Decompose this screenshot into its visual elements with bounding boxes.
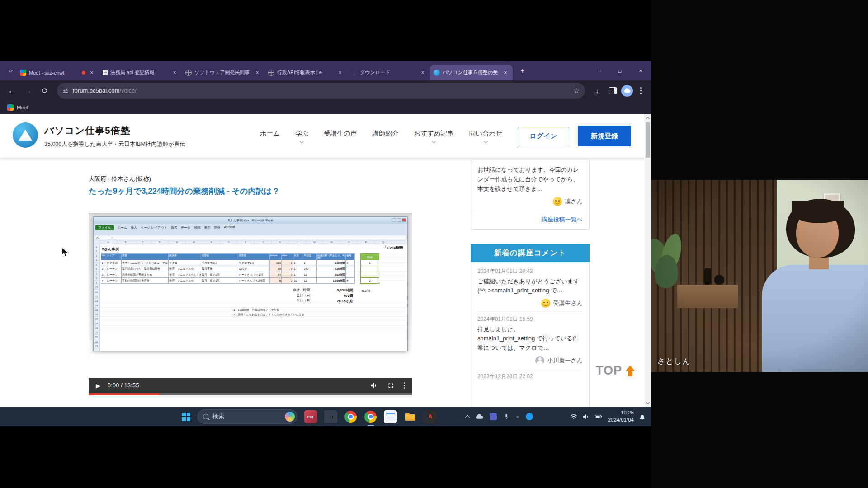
tab-close-icon[interactable]: × bbox=[336, 69, 344, 76]
tab-search-button[interactable] bbox=[5, 65, 16, 77]
battery-icon[interactable] bbox=[594, 413, 603, 420]
notifications-bell-icon[interactable] bbox=[639, 413, 646, 420]
tab-meet[interactable]: Meet - saz-enwt × bbox=[16, 65, 99, 80]
excel-row-number: 2 bbox=[94, 249, 99, 253]
excel-cell: ※ bbox=[346, 278, 355, 284]
taskbar-app-explorer[interactable] bbox=[404, 410, 417, 423]
tab-close-icon[interactable]: × bbox=[254, 69, 261, 76]
taskbar-app-chrome[interactable] bbox=[344, 410, 357, 423]
tab-close-icon[interactable]: × bbox=[419, 69, 426, 76]
browser-menu-button[interactable] bbox=[635, 87, 646, 94]
signup-button[interactable]: 新規登録 bbox=[578, 126, 631, 146]
course-post-list-link[interactable]: 講座投稿一覧へ bbox=[542, 216, 583, 224]
excel-screenshot: Sさん事例.xlsx - Microsoft Excel ファイル ホーム挿入ペ… bbox=[93, 216, 408, 351]
excel-ribbon-tab: 表示 bbox=[204, 225, 210, 230]
windows-start-button[interactable] bbox=[182, 413, 190, 421]
reload-button[interactable] bbox=[37, 84, 52, 98]
nav-item-voices[interactable]: 受講生の声 bbox=[324, 129, 357, 143]
wifi-icon[interactable] bbox=[570, 413, 577, 420]
taskbar-app-pre[interactable]: PRE bbox=[304, 410, 317, 423]
nav-item-instructors[interactable]: 講師紹介 bbox=[372, 129, 398, 143]
volume-icon[interactable] bbox=[370, 381, 378, 389]
teams-icon[interactable] bbox=[490, 413, 497, 420]
bookmark-meet[interactable]: Meet bbox=[17, 105, 28, 110]
screen-share-region: Meet - saz-enwt × 法務局 api 登記情報 × ソフトウェア開… bbox=[0, 61, 651, 426]
speaker-icon[interactable] bbox=[582, 413, 590, 420]
video-progress-bar[interactable] bbox=[89, 393, 412, 395]
tab-close-icon[interactable]: × bbox=[88, 69, 95, 76]
excel-cell: 1 bbox=[101, 260, 106, 266]
excel-row-number: 9 bbox=[94, 281, 99, 285]
nav-item-articles[interactable]: おすすめ記事 bbox=[414, 129, 453, 143]
excel-title-bar: Sさん事例.xlsx - Microsoft Excel bbox=[94, 217, 407, 224]
taskbar-app-terminal[interactable]: ≡ bbox=[324, 410, 337, 423]
minimize-button[interactable]: – bbox=[589, 61, 609, 80]
tab-houmukyoku[interactable]: 法務局 api 登記情報 × bbox=[99, 65, 182, 80]
tab-close-icon[interactable]: × bbox=[502, 69, 509, 76]
nav-item-learn[interactable]: 学ぶ bbox=[295, 129, 308, 143]
excel-green-header: 動画 bbox=[360, 253, 379, 260]
taskbar-app-acrobat[interactable]: A bbox=[424, 410, 437, 423]
back-to-top-button[interactable]: TOP bbox=[596, 364, 635, 378]
site-info-icon[interactable] bbox=[62, 88, 69, 94]
tab-software[interactable]: ソフトウェア開発民間事 × bbox=[182, 65, 264, 80]
onedrive-icon[interactable] bbox=[476, 413, 483, 421]
tab-pc5bai-active[interactable]: パソコン仕事５倍塾の受 × bbox=[430, 65, 513, 80]
search-highlight-icon[interactable] bbox=[285, 412, 295, 422]
video-menu-icon[interactable] bbox=[404, 382, 405, 389]
system-tray: 10:25 2024/01/04 bbox=[570, 407, 646, 426]
excel-column-letter: G bbox=[203, 240, 220, 244]
scrollbar-thumb[interactable] bbox=[646, 122, 650, 158]
taskbar-search-box[interactable]: 検索 bbox=[197, 409, 297, 424]
excel-cell: 3 bbox=[101, 272, 106, 278]
play-button-icon[interactable]: ▶ bbox=[96, 382, 100, 389]
excel-row-number: 12 bbox=[94, 294, 99, 299]
video-controls-right bbox=[370, 381, 405, 389]
site-logo-icon[interactable] bbox=[13, 122, 38, 148]
profile-avatar[interactable] bbox=[621, 85, 633, 97]
scroll-up-arrow[interactable] bbox=[645, 115, 651, 122]
side-panel-button[interactable] bbox=[606, 84, 619, 98]
tab-strip: Meet - saz-enwt × 法務局 api 登記情報 × ソフトウェア開… bbox=[0, 61, 651, 80]
new-tab-button[interactable]: + bbox=[516, 65, 529, 77]
comment-author-row: 小川慶一さん bbox=[477, 356, 583, 365]
maximize-button[interactable]: □ bbox=[609, 61, 630, 80]
arrow-up-icon bbox=[626, 366, 635, 376]
nav-item-contact[interactable]: 問い合わせ bbox=[469, 129, 503, 143]
excel-cell: パートさ んでも1日 bbox=[238, 272, 270, 278]
bookmark-star-icon[interactable]: ☆ bbox=[574, 87, 580, 95]
app-status-icon[interactable] bbox=[526, 413, 533, 420]
taskbar-clock[interactable]: 10:25 2024/01/04 bbox=[608, 409, 634, 423]
login-button[interactable]: ログイン bbox=[518, 127, 569, 145]
nav-item-home[interactable]: ホーム bbox=[260, 129, 280, 143]
site-title[interactable]: パソコン仕事5倍塾 bbox=[44, 124, 131, 137]
tab-title: ダウンロード bbox=[360, 69, 416, 76]
show-hidden-icons-button[interactable] bbox=[466, 414, 469, 419]
excel-data-row: 3ルーチン請求先確認と実績まとめ整理、マニュアル化して改善毎月、紙で1回パートさ… bbox=[101, 272, 355, 278]
taskbar-app-chrome-active[interactable] bbox=[364, 410, 377, 423]
fullscreen-icon[interactable] bbox=[387, 382, 395, 389]
downloads-button[interactable]: ↓ bbox=[590, 84, 604, 98]
site-header: パソコン仕事5倍塾 35,000人を指導した東大卒・元日本IBM社内講師が直伝 … bbox=[0, 114, 645, 158]
excel-callout: 「3,224時間 bbox=[383, 245, 403, 250]
video-player[interactable]: Sさん事例.xlsx - Microsoft Excel ファイル ホーム挿入ペ… bbox=[89, 213, 412, 395]
tab-downloads[interactable]: ダウンロード × bbox=[347, 65, 430, 80]
back-button[interactable]: ← bbox=[5, 84, 19, 98]
forward-button[interactable]: → bbox=[21, 84, 35, 98]
tab-close-icon[interactable]: × bbox=[171, 69, 178, 76]
microphone-icon[interactable] bbox=[503, 413, 509, 420]
excel-column-letter: C bbox=[134, 240, 151, 244]
article-title-link[interactable]: たった9ヶ月で3,224時間分の業務削減 - その内訳は？ bbox=[89, 186, 280, 197]
page-scrollbar[interactable] bbox=[645, 114, 651, 407]
address-bar[interactable]: forum.pc5bai.com/voice/ ☆ bbox=[57, 83, 585, 99]
close-button[interactable]: × bbox=[630, 61, 651, 80]
excel-ribbon-tab: Acrobat bbox=[224, 225, 235, 230]
tab-gyousei-api[interactable]: 行政API情報表示 | e- × bbox=[264, 65, 347, 80]
close-tray-icon[interactable]: × bbox=[516, 413, 519, 420]
taskbar-app-notepad[interactable] bbox=[384, 410, 397, 423]
reload-icon bbox=[41, 87, 48, 94]
globe-favicon-icon bbox=[268, 70, 274, 76]
excel-total-value: 403日 bbox=[313, 293, 353, 299]
scroll-down-arrow[interactable] bbox=[645, 399, 651, 406]
excel-cell: 12 bbox=[303, 272, 317, 278]
